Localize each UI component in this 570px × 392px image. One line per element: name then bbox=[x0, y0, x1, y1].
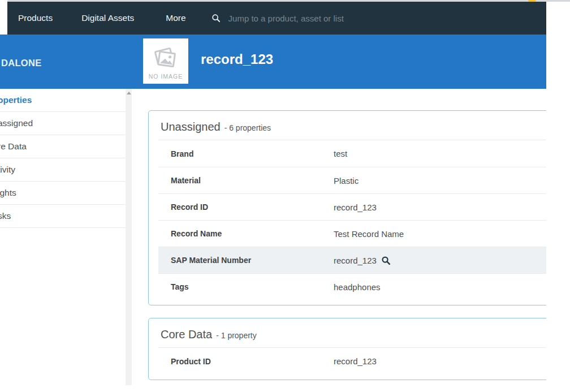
property-row-tags[interactable]: Tags headphones bbox=[158, 273, 546, 300]
sidebar-item-insights[interactable]: ights bbox=[0, 182, 126, 205]
search-icon bbox=[211, 14, 221, 23]
global-search[interactable] bbox=[211, 14, 546, 23]
search-input[interactable] bbox=[228, 14, 546, 23]
property-value[interactable]: record_123 bbox=[334, 203, 377, 212]
sidebar-item-label: assigned bbox=[0, 118, 33, 128]
record-header: DALONE NO IMAGE record_123 bbox=[0, 35, 546, 89]
property-row-material[interactable]: Material Plastic bbox=[158, 167, 546, 193]
property-row-product-id[interactable]: Product ID record_123 bbox=[158, 348, 546, 374]
photo-frames-icon bbox=[153, 47, 179, 71]
card-property-count: - 6 properties bbox=[224, 123, 271, 132]
sidebar-item-unassigned[interactable]: assigned bbox=[0, 112, 126, 135]
sidebar-item-activity[interactable]: tivity bbox=[0, 158, 126, 182]
property-label: Material bbox=[171, 176, 334, 185]
nav-item-more[interactable]: More bbox=[166, 13, 185, 23]
property-value[interactable]: record_123 bbox=[334, 356, 377, 366]
property-row-record-name[interactable]: Record Name Test Record Name bbox=[158, 220, 546, 247]
property-value[interactable]: headphones bbox=[334, 282, 381, 292]
property-label: Product ID bbox=[171, 357, 334, 366]
card-title: Unassigned bbox=[161, 120, 221, 133]
top-navbar: Products Digital Assets More bbox=[7, 2, 546, 35]
product-image-placeholder[interactable]: NO IMAGE bbox=[143, 38, 188, 84]
property-label: Tags bbox=[171, 282, 334, 291]
sidebar-item-tasks[interactable]: sks bbox=[0, 205, 126, 228]
card-header: Core Data - 1 property bbox=[158, 318, 546, 348]
nav-item-products[interactable]: Products bbox=[18, 13, 53, 23]
no-image-label: NO IMAGE bbox=[149, 73, 183, 80]
property-group-card-core-data: Core Data - 1 property Product ID record… bbox=[148, 318, 546, 380]
property-value[interactable]: Test Record Name bbox=[334, 229, 404, 239]
sidebar-scrollbar[interactable] bbox=[126, 89, 132, 385]
card-property-count: - 1 property bbox=[216, 331, 257, 340]
property-label: Record Name bbox=[171, 229, 334, 238]
card-title: Core Data bbox=[161, 328, 212, 341]
sidebar-item-label: sks bbox=[0, 211, 11, 221]
main-content: Unassigned - 6 properties Brand test Mat… bbox=[132, 89, 546, 392]
property-label: Record ID bbox=[171, 203, 334, 212]
property-row-brand[interactable]: Brand test bbox=[158, 140, 546, 167]
record-title: record_123 bbox=[201, 51, 273, 67]
breadcrumb[interactable]: DALONE bbox=[1, 58, 41, 68]
sidebar-item-label: ights bbox=[0, 188, 16, 198]
sidebar-item-core-data[interactable]: re Data bbox=[0, 135, 126, 158]
sidebar-item-label: operties bbox=[0, 95, 32, 105]
card-header: Unassigned - 6 properties bbox=[158, 111, 546, 140]
scroll-up-icon[interactable] bbox=[127, 92, 131, 94]
sidebar-item-label: tivity bbox=[0, 165, 15, 175]
property-label: SAP Material Number bbox=[171, 256, 334, 265]
property-value[interactable]: Plastic bbox=[334, 176, 359, 186]
property-label: Brand bbox=[171, 149, 334, 158]
property-row-record-id[interactable]: Record ID record_123 bbox=[158, 193, 546, 220]
sap-lookup-search-icon[interactable] bbox=[381, 256, 391, 265]
sidebar: operties assigned re Data tivity ights s… bbox=[0, 89, 126, 392]
nav-item-digital-assets[interactable]: Digital Assets bbox=[81, 13, 134, 23]
page: Products Digital Assets More DALONE bbox=[0, 0, 570, 392]
sidebar-item-label: re Data bbox=[0, 141, 27, 152]
property-group-card-unassigned: Unassigned - 6 properties Brand test Mat… bbox=[148, 110, 546, 305]
property-value[interactable]: test bbox=[334, 149, 347, 158]
sidebar-item-properties[interactable]: operties bbox=[0, 89, 126, 112]
property-value[interactable]: record_123 bbox=[334, 256, 377, 265]
property-row-sap-material-number[interactable]: SAP Material Number record_123 bbox=[158, 247, 546, 273]
